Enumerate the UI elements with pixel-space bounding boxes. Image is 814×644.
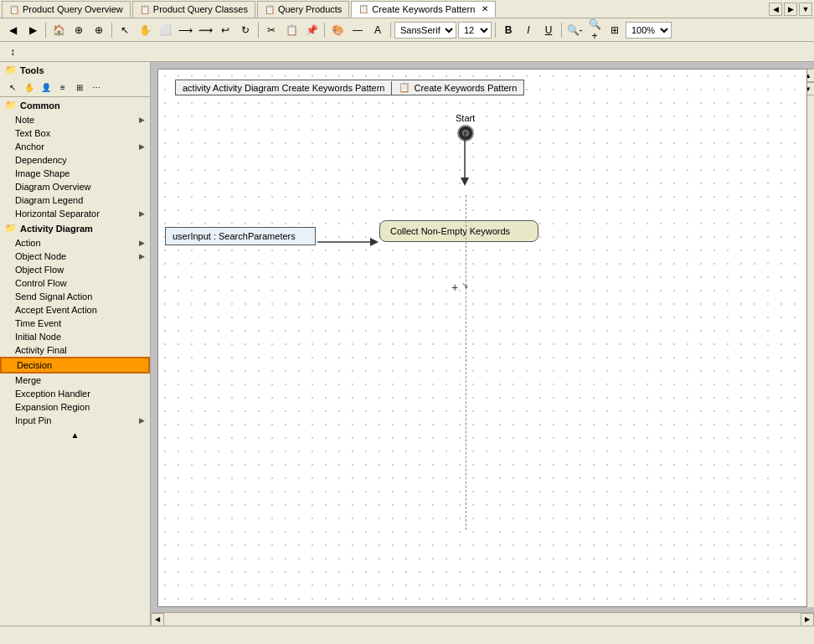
sidebar-item-imageshape[interactable]: Image Shape [0, 167, 150, 180]
diagram-header-left-text: activity Activity Diagram Create Keyword… [183, 83, 384, 93]
canvas-inner[interactable]: activity Activity Diagram Create Keyword… [157, 69, 807, 607]
sidebar-item-timeevent[interactable]: Time Event [0, 317, 150, 330]
dashed-vertical-line [466, 195, 466, 530]
select-button[interactable]: ↖ [116, 21, 134, 39]
back-button[interactable]: ◀ [3, 21, 22, 39]
exceptionhandler-label: Exception Handler [15, 389, 90, 399]
sidebar-item-objectnode[interactable]: Object Node ▶ [0, 250, 150, 263]
redo-button[interactable]: ↻ [236, 21, 255, 39]
zoom-fit-button[interactable]: ⊞ [605, 21, 624, 39]
tab-menu-button[interactable]: ▼ [799, 3, 812, 16]
decision-label: Decision [17, 360, 52, 370]
userinput-object-box[interactable]: userInput : SearchParameters [165, 227, 316, 245]
sidebar-pan-tool[interactable]: ✋ [22, 80, 37, 95]
scroll-left-btn[interactable]: ◀ [151, 613, 164, 626]
tab-close-button[interactable]: ✕ [482, 4, 488, 13]
sidebar-align-tool[interactable]: ≡ [55, 80, 70, 95]
copy-button[interactable]: 📋 [282, 21, 301, 39]
common-section-header[interactable]: 📁 Common [0, 97, 150, 113]
objectflow-label: Object Flow [15, 265, 64, 275]
canvas-area[interactable]: ▲ ▼ activity Activity Diagram Create Key… [151, 62, 814, 626]
hierarchy-button[interactable]: ⊕ [70, 21, 88, 39]
toolbar-row2: ↕ [0, 42, 814, 62]
connect2-button[interactable]: ⟿ [196, 21, 214, 39]
sidebar-item-objectflow[interactable]: Object Flow [0, 263, 150, 276]
diagram-header-right: 📋 Create Keywords Pattern [392, 80, 523, 95]
activity-section-header[interactable]: 📁 Activity Diagram [0, 220, 150, 236]
inputpin-arrow: ▶ [139, 416, 145, 425]
sidebar-item-dependency[interactable]: Dependency [0, 153, 150, 167]
sidebar-item-decision[interactable]: Decision [0, 357, 150, 374]
sidebar-more-tool[interactable]: ⋯ [89, 80, 104, 95]
anchor-label: Anchor [15, 142, 44, 152]
underline-button[interactable]: U [539, 21, 558, 39]
tab-product-query-classes[interactable]: 📋 Product Query Classes [132, 1, 255, 18]
cursor-arrow: ↘ [461, 281, 468, 290]
sidebar-item-anchor[interactable]: Anchor ▶ [0, 140, 150, 153]
tab-navigation: ◀ ▶ ▼ [769, 3, 812, 16]
sidebar-item-expansionregion[interactable]: Expansion Region [0, 400, 150, 414]
horizontal-scrollbar[interactable]: ◀ ▶ [151, 612, 814, 626]
sidebar-item-activityfinal[interactable]: Activity Final [0, 343, 150, 357]
fill-button[interactable]: 🎨 [328, 21, 347, 39]
home-button[interactable]: 🏠 [49, 21, 68, 39]
imageshape-label: Image Shape [15, 168, 70, 178]
tab-prev-button[interactable]: ◀ [769, 3, 782, 16]
merge-label: Merge [15, 375, 41, 385]
line-button[interactable]: — [348, 21, 367, 39]
tab-icon-4: 📋 [358, 4, 368, 13]
sidebar-item-action[interactable]: Action ▶ [0, 236, 150, 250]
font-select[interactable]: SansSerif [394, 22, 456, 39]
diagram-tab-icon: 📋 [399, 82, 410, 93]
sidebar-item-hseparator[interactable]: Horizontal Separator ▶ [0, 207, 150, 220]
paste-button[interactable]: 📌 [302, 21, 321, 39]
pan-button[interactable]: ✋ [136, 21, 154, 39]
sidebar-item-sendsignal[interactable]: Send Signal Action [0, 290, 150, 303]
tab-query-products[interactable]: 📋 Query Products [257, 1, 349, 18]
note-arrow: ▶ [139, 116, 145, 124]
action-label: Action [15, 238, 41, 248]
textbox-label: Text Box [15, 128, 50, 138]
diagram-header-left: activity Activity Diagram Create Keyword… [176, 81, 392, 95]
scroll-right-btn[interactable]: ▶ [801, 613, 814, 626]
forward-button[interactable]: ▶ [23, 21, 42, 39]
sidebar-select-tool[interactable]: ↖ [5, 80, 20, 95]
sidebar-item-initialnode[interactable]: Initial Node [0, 330, 150, 343]
connect-button[interactable]: ⟶ [176, 21, 194, 39]
sidebar-item-note[interactable]: Note ▶ [0, 113, 150, 126]
sidebar-collapse-btn[interactable]: ▲ [0, 427, 150, 443]
zoom-select[interactable]: 100% [626, 22, 672, 39]
marquee-button[interactable]: ⬜ [156, 21, 174, 39]
zoom-out-button[interactable]: 🔍- [565, 21, 584, 39]
sidebar-item-controlflow[interactable]: Control Flow [0, 276, 150, 290]
sidebar-person-tool[interactable]: 👤 [39, 80, 54, 95]
sidebar-item-merge[interactable]: Merge [0, 374, 150, 387]
hierarchy-down-button[interactable]: ⊕ [90, 21, 108, 39]
text-button[interactable]: A [368, 21, 387, 39]
diagram-header-right-text: Create Keywords Pattern [414, 83, 517, 93]
cut-button[interactable]: ✂ [262, 21, 281, 39]
sidebar-grid-tool[interactable]: ⊞ [72, 80, 87, 95]
zoom-in-button[interactable]: 🔍+ [585, 21, 604, 39]
action-label-text: Collect Non-Empty Keywords [390, 226, 510, 236]
tab-next-button[interactable]: ▶ [784, 3, 797, 16]
inputpin-label: Input Pin [15, 415, 51, 425]
undo-button[interactable]: ↩ [216, 21, 234, 39]
sidebar-item-diagramoverview[interactable]: Diagram Overview [0, 180, 150, 193]
sidebar-item-exceptionhandler[interactable]: Exception Handler [0, 387, 150, 400]
expansionregion-label: Expansion Region [15, 402, 90, 412]
sep4 [324, 23, 325, 38]
sidebar-item-inputpin[interactable]: Input Pin ▶ [0, 414, 150, 427]
collect-keywords-action[interactable]: Collect Non-Empty Keywords [379, 220, 538, 242]
font-size-select[interactable]: 12 [458, 22, 492, 39]
tools-section-header[interactable]: 📁 Tools [0, 62, 150, 78]
italic-button[interactable]: I [519, 21, 538, 39]
sidebar-item-textbox[interactable]: Text Box [0, 126, 150, 140]
bold-button[interactable]: B [499, 21, 518, 39]
tab-product-query-overview[interactable]: 📋 Product Query Overview [2, 1, 131, 18]
sidebar-item-diagramlegend[interactable]: Diagram Legend [0, 193, 150, 207]
tab-icon-3: 📋 [265, 5, 275, 14]
smart-button[interactable]: ↕ [3, 43, 22, 61]
tab-create-keywords-pattern[interactable]: 📋 Create Keywords Pattern ✕ [351, 1, 496, 18]
sidebar-item-acceptevent[interactable]: Accept Event Action [0, 303, 150, 317]
